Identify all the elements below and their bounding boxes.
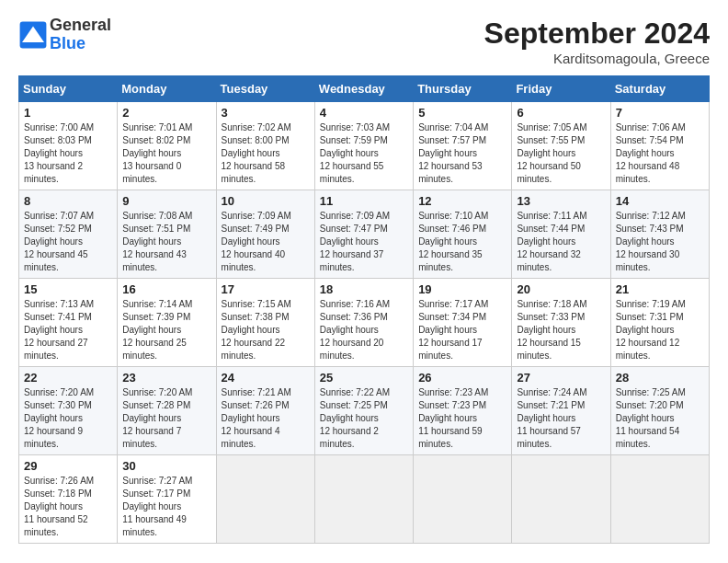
table-row: 12 Sunrise: 7:10 AM Sunset: 7:46 PM Dayl… [414, 190, 512, 279]
day-number: 30 [122, 459, 210, 473]
table-row: 30 Sunrise: 7:27 AM Sunset: 7:17 PM Dayl… [118, 455, 216, 544]
logo-text: General Blue [50, 17, 111, 53]
day-info: Sunrise: 7:22 AM Sunset: 7:25 PM Dayligh… [320, 386, 408, 451]
logo-blue: Blue [50, 35, 111, 53]
table-row: 20 Sunrise: 7:18 AM Sunset: 7:33 PM Dayl… [512, 279, 610, 367]
table-row: 10 Sunrise: 7:09 AM Sunset: 7:49 PM Dayl… [216, 190, 314, 279]
table-row: 5 Sunrise: 7:04 AM Sunset: 7:57 PM Dayli… [414, 102, 512, 190]
day-info: Sunrise: 7:00 AM Sunset: 8:03 PM Dayligh… [24, 121, 112, 186]
col-sunday: Sunday [19, 76, 118, 102]
day-info: Sunrise: 7:04 AM Sunset: 7:57 PM Dayligh… [418, 121, 506, 186]
table-row: 21 Sunrise: 7:19 AM Sunset: 7:31 PM Dayl… [610, 279, 709, 367]
table-row: 29 Sunrise: 7:26 AM Sunset: 7:18 PM Dayl… [19, 455, 118, 544]
day-number: 29 [24, 459, 112, 473]
day-number: 1 [24, 106, 112, 120]
day-info: Sunrise: 7:13 AM Sunset: 7:41 PM Dayligh… [24, 298, 112, 362]
calendar-week-row: 29 Sunrise: 7:26 AM Sunset: 7:18 PM Dayl… [19, 455, 710, 544]
col-wednesday: Wednesday [314, 76, 413, 102]
day-number: 18 [320, 282, 408, 296]
day-info: Sunrise: 7:19 AM Sunset: 7:31 PM Dayligh… [616, 298, 704, 362]
table-row: 3 Sunrise: 7:02 AM Sunset: 8:00 PM Dayli… [216, 102, 314, 190]
day-info: Sunrise: 7:18 AM Sunset: 7:33 PM Dayligh… [517, 298, 605, 362]
table-row [414, 455, 512, 544]
day-number: 9 [122, 194, 210, 208]
day-info: Sunrise: 7:11 AM Sunset: 7:44 PM Dayligh… [517, 210, 605, 274]
day-info: Sunrise: 7:08 AM Sunset: 7:51 PM Dayligh… [122, 210, 210, 274]
table-row [512, 455, 610, 544]
day-info: Sunrise: 7:12 AM Sunset: 7:43 PM Dayligh… [616, 210, 704, 274]
table-row [610, 455, 709, 544]
day-number: 3 [222, 106, 310, 120]
table-row: 27 Sunrise: 7:24 AM Sunset: 7:21 PM Dayl… [512, 367, 610, 455]
day-info: Sunrise: 7:20 AM Sunset: 7:28 PM Dayligh… [122, 386, 210, 451]
calendar-table: Sunday Monday Tuesday Wednesday Thursday… [18, 75, 710, 544]
table-row: 18 Sunrise: 7:16 AM Sunset: 7:36 PM Dayl… [314, 279, 413, 367]
calendar-header-row: Sunday Monday Tuesday Wednesday Thursday… [19, 76, 710, 102]
calendar-week-row: 22 Sunrise: 7:20 AM Sunset: 7:30 PM Dayl… [19, 367, 710, 455]
day-number: 2 [122, 106, 210, 120]
day-number: 20 [517, 282, 605, 296]
day-info: Sunrise: 7:14 AM Sunset: 7:39 PM Dayligh… [122, 298, 210, 362]
day-info: Sunrise: 7:09 AM Sunset: 7:49 PM Dayligh… [222, 210, 310, 274]
table-row [216, 455, 314, 544]
day-number: 24 [222, 371, 310, 385]
day-number: 21 [616, 282, 704, 296]
day-info: Sunrise: 7:24 AM Sunset: 7:21 PM Dayligh… [517, 386, 605, 451]
day-number: 15 [24, 282, 112, 296]
day-number: 10 [222, 194, 310, 208]
day-number: 19 [418, 282, 506, 296]
day-number: 25 [320, 371, 408, 385]
day-number: 4 [320, 106, 408, 120]
day-number: 11 [320, 194, 408, 208]
table-row: 28 Sunrise: 7:25 AM Sunset: 7:20 PM Dayl… [610, 367, 709, 455]
table-row: 4 Sunrise: 7:03 AM Sunset: 7:59 PM Dayli… [314, 102, 413, 190]
table-row: 7 Sunrise: 7:06 AM Sunset: 7:54 PM Dayli… [610, 102, 709, 190]
calendar-week-row: 8 Sunrise: 7:07 AM Sunset: 7:52 PM Dayli… [19, 190, 710, 279]
day-number: 16 [122, 282, 210, 296]
title-block: September 2024 Karditsomagoula, Greece [484, 17, 710, 66]
day-number: 17 [222, 282, 310, 296]
day-number: 28 [616, 371, 704, 385]
day-number: 13 [517, 194, 605, 208]
table-row: 1 Sunrise: 7:00 AM Sunset: 8:03 PM Dayli… [19, 102, 118, 190]
day-info: Sunrise: 7:27 AM Sunset: 7:17 PM Dayligh… [122, 475, 210, 539]
day-number: 23 [122, 371, 210, 385]
day-number: 27 [517, 371, 605, 385]
day-info: Sunrise: 7:23 AM Sunset: 7:23 PM Dayligh… [418, 386, 506, 451]
day-info: Sunrise: 7:09 AM Sunset: 7:47 PM Dayligh… [320, 210, 408, 274]
day-number: 26 [418, 371, 506, 385]
day-number: 14 [616, 194, 704, 208]
day-info: Sunrise: 7:06 AM Sunset: 7:54 PM Dayligh… [616, 121, 704, 186]
day-info: Sunrise: 7:01 AM Sunset: 8:02 PM Dayligh… [122, 121, 210, 186]
table-row: 6 Sunrise: 7:05 AM Sunset: 7:55 PM Dayli… [512, 102, 610, 190]
month-year: September 2024 [484, 17, 710, 51]
table-row: 16 Sunrise: 7:14 AM Sunset: 7:39 PM Dayl… [118, 279, 216, 367]
day-info: Sunrise: 7:20 AM Sunset: 7:30 PM Dayligh… [24, 386, 112, 451]
table-row: 13 Sunrise: 7:11 AM Sunset: 7:44 PM Dayl… [512, 190, 610, 279]
day-number: 8 [24, 194, 112, 208]
table-row: 26 Sunrise: 7:23 AM Sunset: 7:23 PM Dayl… [414, 367, 512, 455]
day-number: 7 [616, 106, 704, 120]
day-info: Sunrise: 7:26 AM Sunset: 7:18 PM Dayligh… [24, 475, 112, 539]
day-info: Sunrise: 7:07 AM Sunset: 7:52 PM Dayligh… [24, 210, 112, 274]
table-row: 25 Sunrise: 7:22 AM Sunset: 7:25 PM Dayl… [314, 367, 413, 455]
calendar-week-row: 1 Sunrise: 7:00 AM Sunset: 8:03 PM Dayli… [19, 102, 710, 190]
table-row: 22 Sunrise: 7:20 AM Sunset: 7:30 PM Dayl… [19, 367, 118, 455]
day-info: Sunrise: 7:05 AM Sunset: 7:55 PM Dayligh… [517, 121, 605, 186]
calendar-week-row: 15 Sunrise: 7:13 AM Sunset: 7:41 PM Dayl… [19, 279, 710, 367]
table-row: 24 Sunrise: 7:21 AM Sunset: 7:26 PM Dayl… [216, 367, 314, 455]
table-row: 11 Sunrise: 7:09 AM Sunset: 7:47 PM Dayl… [314, 190, 413, 279]
day-info: Sunrise: 7:15 AM Sunset: 7:38 PM Dayligh… [222, 298, 310, 362]
header: General Blue September 2024 Karditsomago… [18, 17, 710, 66]
table-row: 15 Sunrise: 7:13 AM Sunset: 7:41 PM Dayl… [19, 279, 118, 367]
day-number: 6 [517, 106, 605, 120]
day-info: Sunrise: 7:03 AM Sunset: 7:59 PM Dayligh… [320, 121, 408, 186]
col-thursday: Thursday [414, 76, 512, 102]
col-monday: Monday [118, 76, 216, 102]
day-info: Sunrise: 7:16 AM Sunset: 7:36 PM Dayligh… [320, 298, 408, 362]
table-row: 2 Sunrise: 7:01 AM Sunset: 8:02 PM Dayli… [118, 102, 216, 190]
location: Karditsomagoula, Greece [484, 51, 710, 66]
col-tuesday: Tuesday [216, 76, 314, 102]
table-row: 8 Sunrise: 7:07 AM Sunset: 7:52 PM Dayli… [19, 190, 118, 279]
table-row: 9 Sunrise: 7:08 AM Sunset: 7:51 PM Dayli… [118, 190, 216, 279]
